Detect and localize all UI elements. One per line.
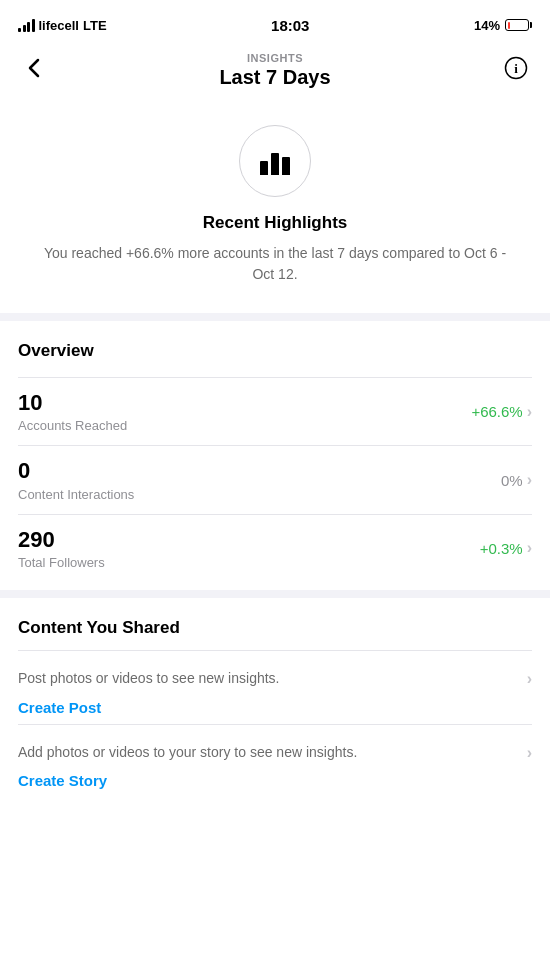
battery-percent: 14%: [474, 18, 500, 33]
post-content-row: Post photos or videos to see new insight…: [18, 669, 532, 689]
content-shared-title: Content You Shared: [18, 618, 532, 638]
content-shared-section: Content You Shared Post photos or videos…: [0, 598, 550, 793]
overview-section: Overview 10 Accounts Reached +66.6% › 0 …: [0, 321, 550, 598]
highlights-title: Recent Highlights: [203, 213, 348, 233]
chevron-right-icon: ›: [527, 539, 532, 557]
carrier-label: lifecell: [39, 18, 79, 33]
battery-icon: [505, 19, 532, 31]
chart-icon-circle: [239, 125, 311, 197]
post-content-item: Post photos or videos to see new insight…: [18, 650, 532, 720]
signal-icon: [18, 18, 35, 32]
network-label: LTE: [83, 18, 107, 33]
page-header: INSIGHTS Last 7 Days i: [0, 44, 550, 101]
highlights-section: Recent Highlights You reached +66.6% mor…: [0, 101, 550, 321]
metric-left: 290 Total Followers: [18, 527, 105, 570]
metric-right: +66.6% ›: [471, 403, 532, 421]
metric-right: 0% ›: [501, 471, 532, 489]
metric-row[interactable]: 10 Accounts Reached +66.6% ›: [18, 377, 532, 445]
status-right: 14%: [474, 18, 532, 33]
header-title: Last 7 Days: [219, 66, 330, 89]
create-story-button[interactable]: Create Story: [18, 772, 532, 789]
chevron-right-icon: ›: [527, 670, 532, 688]
metric-change: +66.6%: [471, 403, 522, 420]
chevron-right-icon: ›: [527, 403, 532, 421]
chart-bars-icon: [260, 147, 290, 175]
highlights-description: You reached +66.6% more accounts in the …: [40, 243, 510, 285]
story-content-row: Add photos or videos to your story to se…: [18, 743, 532, 763]
metric-row[interactable]: 0 Content Interactions 0% ›: [18, 445, 532, 513]
metric-row[interactable]: 290 Total Followers +0.3% ›: [18, 514, 532, 590]
chevron-right-icon: ›: [527, 471, 532, 489]
info-button[interactable]: i: [500, 52, 532, 84]
metric-label: Total Followers: [18, 555, 105, 570]
metric-value: 290: [18, 527, 105, 553]
overview-title: Overview: [18, 341, 532, 361]
metric-left: 10 Accounts Reached: [18, 390, 127, 433]
post-content-text: Post photos or videos to see new insight…: [18, 669, 527, 689]
svg-text:i: i: [514, 61, 518, 76]
header-subtitle: INSIGHTS: [247, 52, 303, 64]
story-content-text: Add photos or videos to your story to se…: [18, 743, 527, 763]
metric-change: 0%: [501, 472, 523, 489]
story-content-item: Add photos or videos to your story to se…: [18, 724, 532, 794]
back-button[interactable]: [18, 52, 50, 84]
create-post-button[interactable]: Create Post: [18, 699, 532, 716]
metric-value: 0: [18, 458, 134, 484]
metric-right: +0.3% ›: [480, 539, 532, 557]
metric-label: Content Interactions: [18, 487, 134, 502]
metric-label: Accounts Reached: [18, 418, 127, 433]
status-time: 18:03: [271, 17, 309, 34]
metric-left: 0 Content Interactions: [18, 458, 134, 501]
status-bar: lifecell LTE 18:03 14%: [0, 0, 550, 44]
metric-change: +0.3%: [480, 540, 523, 557]
metric-value: 10: [18, 390, 127, 416]
status-left: lifecell LTE: [18, 18, 107, 33]
chevron-right-icon: ›: [527, 744, 532, 762]
